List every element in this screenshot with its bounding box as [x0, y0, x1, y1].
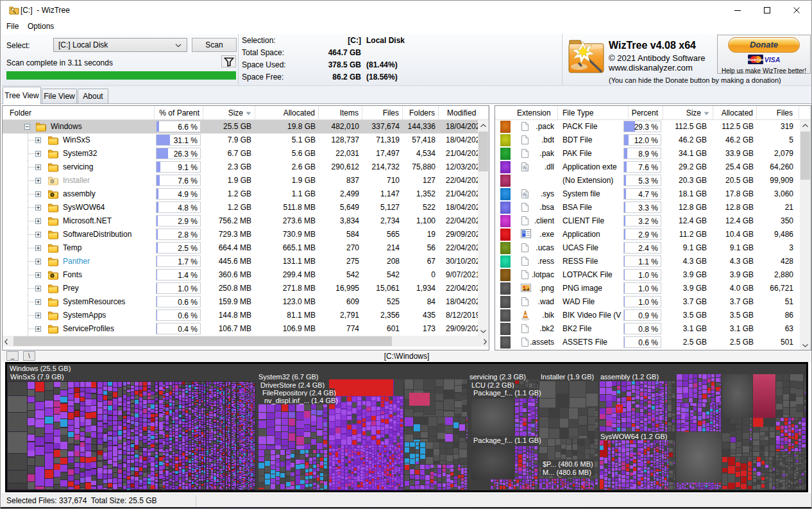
- svg-text:FileRepository (2.4 GB): FileRepository (2.4 GB): [262, 389, 336, 397]
- svg-text:SysWOW64 (1.2 GB): SysWOW64 (1.2 GB): [600, 433, 668, 440]
- svg-text:MasterCard: MasterCard: [748, 58, 764, 62]
- svg-text:System32 (6.7 GB): System32 (6.7 GB): [258, 373, 319, 381]
- svg-text:Package_f... (1.1 GB): Package_f... (1.1 GB): [473, 436, 541, 444]
- svg-text:servicing (2.3 GB): servicing (2.3 GB): [469, 373, 526, 381]
- svg-text:Windows (25.5 GB): Windows (25.5 GB): [10, 365, 71, 372]
- svg-text:LCU (2.2 GB): LCU (2.2 GB): [471, 381, 514, 389]
- svg-text:$P... (480.6 MB): $P... (480.6 MB): [543, 460, 593, 468]
- svg-text:M... (480.6 MB): M... (480.6 MB): [543, 469, 591, 476]
- svg-text:Package_f... (1.1 GB): Package_f... (1.1 GB): [473, 389, 541, 397]
- svg-text:Installer (1.9 GB): Installer (1.9 GB): [541, 373, 594, 381]
- svg-text:WinSxS (7.9 GB): WinSxS (7.9 GB): [10, 373, 64, 381]
- svg-text:assembly (1.2 GB): assembly (1.2 GB): [600, 373, 659, 381]
- svg-text:VISA: VISA: [765, 56, 780, 64]
- svg-text:nv_displ.inf_... (1.4 GB): nv_displ.inf_... (1.4 GB): [264, 397, 338, 404]
- svg-text:DriverStore (2.4 GB): DriverStore (2.4 GB): [260, 381, 325, 389]
